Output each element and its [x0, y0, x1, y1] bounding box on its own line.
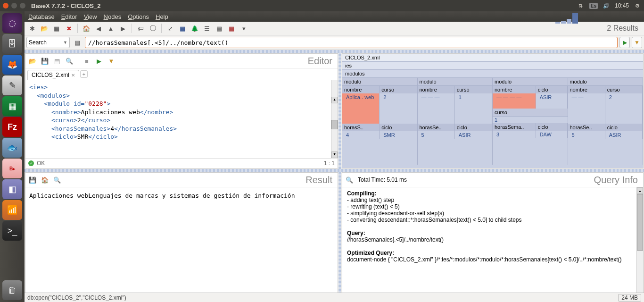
- editor-stop-icon[interactable]: ■: [81, 55, 92, 67]
- menu-database[interactable]: Database: [28, 13, 55, 20]
- editor-title: Editor: [308, 56, 336, 67]
- treemap-child: modulos: [342, 70, 643, 78]
- view-more-icon[interactable]: ▾: [238, 23, 249, 34]
- view-list-icon[interactable]: ☰: [201, 23, 213, 34]
- menu-options[interactable]: Options: [128, 13, 149, 20]
- network-icon[interactable]: ⇅: [577, 2, 585, 9]
- filezilla-icon[interactable]: Fz: [2, 117, 22, 137]
- code-editor[interactable]: <ies> <modulos> <modulo id="0228"> <nomb…: [25, 80, 338, 158]
- result-text[interactable]: Aplicaciones webLenguajes de marcas y si…: [25, 187, 338, 301]
- view-bars-icon[interactable]: ▤: [214, 23, 225, 34]
- document-icon[interactable]: ▤: [72, 37, 83, 48]
- scroll-down-icon[interactable]: ▼: [331, 151, 338, 158]
- queryinfo-time: Total Time: 5.01 ms: [358, 176, 407, 183]
- volume-icon[interactable]: 🔊: [603, 2, 610, 9]
- v-splitter-2[interactable]: [339, 172, 341, 302]
- queryinfo-scrollbar[interactable]: ▲ ▼: [636, 187, 643, 301]
- v-splitter[interactable]: [339, 53, 341, 169]
- os-titlebar: BaseX 7.7.2 - CICLOS_2 ⇅ Es 🔊 10:45 ⚙: [0, 0, 644, 11]
- view-table-icon[interactable]: ▦: [226, 23, 237, 34]
- files-icon[interactable]: 🗄: [2, 34, 22, 54]
- expand-icon[interactable]: ⤢: [165, 23, 176, 34]
- memory-indicator[interactable]: 24 MB: [618, 294, 641, 302]
- view-map-icon[interactable]: ▦: [177, 23, 188, 34]
- treemap-modulo[interactable]: modulonombrecursoAplica.. web2horasS..ci…: [342, 78, 418, 165]
- clock[interactable]: 10:45: [615, 2, 629, 9]
- compiling-line: - adding text() step: [347, 197, 630, 203]
- menu-nodes[interactable]: Nodes: [104, 13, 122, 20]
- compiling-line: - converting descendant::*:horasSemanale…: [347, 217, 630, 223]
- treemap-modulo[interactable]: modulonombreciclo— — — —ASIRcurso1horasS…: [493, 78, 568, 165]
- up-icon[interactable]: ▲: [105, 23, 116, 34]
- scroll-up-icon[interactable]: ▲: [637, 187, 643, 194]
- basex-icon[interactable]: B▸: [2, 159, 22, 178]
- view-tree-icon[interactable]: 🌲: [189, 23, 200, 34]
- treemap-panel: CICLOS_2.xml ies modulos modulonombrecur…: [342, 53, 644, 168]
- text-editor-icon[interactable]: ✎: [2, 76, 22, 95]
- grid-icon[interactable]: ▦: [51, 23, 62, 34]
- menubar: Database Editor View Nodes Options Help: [25, 11, 644, 22]
- scroll-up-icon[interactable]: ▲: [331, 97, 338, 103]
- misc-app-icon[interactable]: ◧: [2, 179, 22, 199]
- treemap-view[interactable]: CICLOS_2.xml ies modulos modulonombrecur…: [342, 54, 643, 168]
- firefox-icon[interactable]: 🦊: [2, 55, 22, 75]
- window-close-button[interactable]: [3, 3, 8, 8]
- run-query-button[interactable]: ▶: [619, 37, 630, 48]
- menu-help[interactable]: Help: [156, 13, 168, 20]
- queryinfo-search-icon[interactable]: 🔍: [344, 174, 355, 185]
- new-db-icon[interactable]: ✱: [26, 23, 38, 34]
- search-mode-label: Search: [29, 39, 47, 46]
- open-folder-icon[interactable]: 📂: [39, 23, 50, 34]
- statusbar-text: db:open("CICLOS_2","CICLOS_2.xml"): [27, 294, 126, 301]
- tag-icon[interactable]: 🏷: [135, 23, 146, 34]
- trash-icon[interactable]: 🗑: [2, 280, 22, 300]
- editor-status: OK: [37, 160, 45, 167]
- treemap-modulo[interactable]: modulonombrecurso— — —1horasSe..ciclo5AS…: [418, 78, 493, 165]
- system-tray: ⇅ Es 🔊 10:45 ⚙: [577, 2, 641, 9]
- rss-icon[interactable]: 📶: [2, 200, 22, 220]
- query-header: Query:: [347, 230, 365, 236]
- queryinfo-panel: 🔍 Total Time: 5.01 ms Query Info ▲ ▼: [342, 172, 644, 302]
- home-icon[interactable]: 🏠: [81, 23, 92, 34]
- unity-launcher: ◌ 🗄 🦊 ✎ ▦ Fz 🐟 B▸ ◧ 📶 >_ 🗑: [0, 11, 25, 302]
- editor-tab[interactable]: CICLOS_2.xml ✕: [27, 70, 79, 80]
- menu-editor[interactable]: Editor: [61, 13, 77, 20]
- info-icon[interactable]: ⓘ: [147, 23, 158, 34]
- editor-scrollbar[interactable]: ▲ ▼: [331, 80, 338, 158]
- editor-run-icon[interactable]: ▶: [93, 55, 105, 67]
- forward-icon[interactable]: ▶: [117, 23, 129, 34]
- add-tab-button[interactable]: +: [80, 70, 88, 78]
- result-save-icon[interactable]: 💾: [27, 174, 38, 185]
- basex-app: Database Editor View Nodes Options Help …: [25, 11, 644, 302]
- xquery-input[interactable]: [85, 37, 618, 48]
- dash-icon[interactable]: ◌: [2, 13, 22, 33]
- terminal-icon[interactable]: >_: [2, 221, 22, 241]
- back-icon[interactable]: ◀: [93, 23, 104, 34]
- chevron-down-icon: ▼: [63, 40, 67, 45]
- editor-doc-icon[interactable]: ▤: [51, 55, 63, 67]
- window-minimize-button[interactable]: [11, 3, 17, 8]
- editor-search-icon[interactable]: 🔍: [64, 55, 75, 67]
- ok-icon: ✓: [28, 160, 34, 166]
- main-toolbar: ✱ 📂 ▦ ✖ 🏠 ◀ ▲ ▶ 🏷 ⓘ ⤢ ▦ 🌲 ☰ ▤ ▦ ▾ 2 Resu…: [25, 22, 644, 35]
- editor-filter-icon[interactable]: ▼: [106, 55, 117, 67]
- queryinfo-bar-chart: [555, 13, 578, 24]
- keyboard-layout-indicator[interactable]: Es: [589, 3, 598, 9]
- filter-button[interactable]: ▼: [632, 37, 642, 48]
- query-text: //horasSemanales[.<5]/../nombre/text(): [347, 236, 630, 243]
- editor-open-icon[interactable]: 📂: [27, 55, 38, 67]
- menu-view[interactable]: View: [84, 13, 97, 20]
- search-mode-select[interactable]: Search ▼: [26, 37, 70, 48]
- result-home-icon[interactable]: 🏠: [39, 174, 50, 185]
- delete-icon[interactable]: ✖: [63, 23, 74, 34]
- treemap-modulo[interactable]: modulonombrecurso— —2horasSe..ciclo5ASIR: [568, 78, 644, 165]
- queryinfo-body[interactable]: ▲ ▼ Compiling: - adding text() step- rew…: [342, 187, 643, 301]
- calc-icon[interactable]: ▦: [2, 96, 22, 116]
- bluefish-icon[interactable]: 🐟: [2, 138, 22, 158]
- optquery-header: Optimized Query:: [347, 250, 394, 256]
- editor-save-icon[interactable]: 💾: [39, 55, 50, 67]
- close-icon[interactable]: ✕: [71, 73, 75, 78]
- settings-gear-icon[interactable]: ⚙: [634, 2, 641, 9]
- window-maximize-button[interactable]: [20, 3, 25, 8]
- result-search-icon[interactable]: 🔍: [51, 174, 63, 185]
